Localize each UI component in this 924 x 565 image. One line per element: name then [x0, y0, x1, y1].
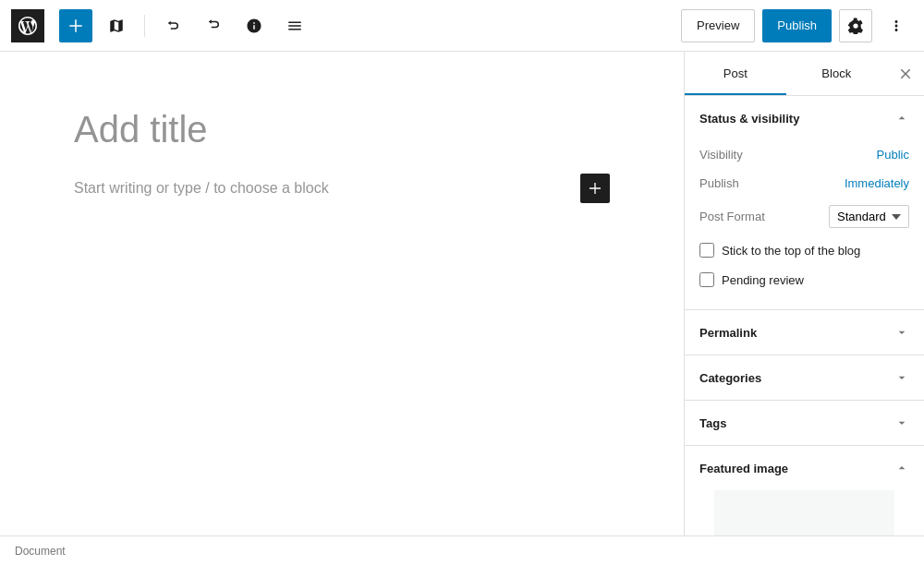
bottom-bar-label: Document — [15, 545, 66, 558]
editor-body-placeholder: Start writing or type / to choose a bloc… — [74, 180, 329, 197]
post-format-select[interactable]: Standard Aside Gallery Link Image Quote … — [829, 205, 909, 228]
pending-label: Pending review — [722, 273, 804, 287]
featured-image-placeholder — [714, 490, 894, 535]
editor-body[interactable]: Start writing or type / to choose a bloc… — [74, 174, 610, 203]
publish-row: Publish Immediately — [699, 169, 909, 198]
stick-label: Stick to the top of the blog — [722, 244, 860, 258]
publish-value[interactable]: Immediately — [845, 176, 909, 190]
more-button[interactable] — [880, 9, 913, 42]
section-featured-image-content — [685, 490, 924, 535]
main-layout: Add title Start writing or type / to cho… — [0, 52, 924, 535]
tab-post[interactable]: Post — [685, 52, 786, 95]
wp-logo — [11, 9, 44, 42]
add-block-toolbar-button[interactable] — [59, 9, 92, 42]
sidebar-header: Post Block — [685, 52, 924, 96]
undo-button[interactable] — [156, 9, 189, 42]
section-tags-title: Tags — [699, 416, 726, 430]
section-featured-image: Featured image — [685, 446, 924, 535]
toolbar-divider-1 — [144, 15, 145, 37]
bottom-bar: Document — [0, 535, 924, 565]
pending-checkbox[interactable] — [699, 272, 714, 287]
preview-button[interactable]: Preview — [681, 9, 755, 42]
section-permalink: Permalink — [685, 310, 924, 355]
section-permalink-header[interactable]: Permalink — [685, 310, 924, 355]
section-categories-title: Categories — [699, 371, 761, 385]
section-featured-image-header[interactable]: Featured image — [685, 446, 924, 490]
editor-title-placeholder[interactable]: Add title — [74, 107, 610, 151]
post-format-label: Post Format — [699, 210, 765, 223]
redo-button[interactable] — [197, 9, 230, 42]
editor-area: Add title Start writing or type / to cho… — [0, 52, 684, 535]
section-status-visibility-header[interactable]: Status & visibility — [685, 96, 924, 140]
sidebar-close-button[interactable] — [887, 55, 924, 92]
section-featured-image-title: Featured image — [699, 462, 788, 475]
settings-button[interactable] — [839, 9, 872, 42]
visibility-value[interactable]: Public — [877, 148, 909, 162]
stick-checkbox-row: Stick to the top of the blog — [699, 235, 909, 265]
info-button[interactable] — [237, 9, 271, 42]
sidebar: Post Block Status & visibility Visibilit… — [684, 52, 924, 535]
post-format-row: Post Format Standard Aside Gallery Link … — [699, 198, 909, 235]
section-categories: Categories — [685, 355, 924, 401]
list-view-button[interactable] — [278, 9, 311, 42]
pending-checkbox-row: Pending review — [699, 265, 909, 295]
section-categories-header[interactable]: Categories — [685, 355, 924, 400]
toolbar-right: Preview Publish — [681, 9, 913, 42]
publish-label: Publish — [699, 176, 739, 190]
section-status-visibility-title: Status & visibility — [699, 112, 799, 126]
publish-button[interactable]: Publish — [762, 9, 832, 42]
stick-checkbox[interactable] — [699, 243, 714, 258]
visibility-label: Visibility — [699, 148, 743, 162]
visibility-row: Visibility Public — [699, 140, 909, 169]
add-block-inline-button[interactable] — [580, 174, 610, 203]
tools-button[interactable] — [100, 9, 133, 42]
tab-block[interactable]: Block — [786, 52, 888, 95]
section-status-visibility-content: Visibility Public Publish Immediately Po… — [685, 140, 924, 309]
section-status-visibility: Status & visibility Visibility Public Pu… — [685, 96, 924, 310]
toolbar: Preview Publish — [0, 0, 924, 52]
section-tags: Tags — [685, 401, 924, 446]
section-tags-header[interactable]: Tags — [685, 401, 924, 445]
section-permalink-title: Permalink — [699, 326, 757, 340]
